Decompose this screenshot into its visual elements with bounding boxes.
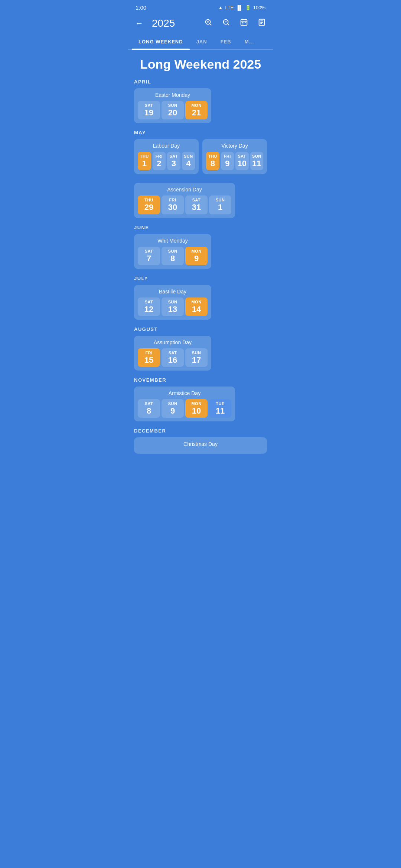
day-cell: SAT 19 xyxy=(138,101,160,119)
holiday-name-assumption-day: Assumption Day xyxy=(138,339,208,345)
note-button[interactable] xyxy=(254,16,269,31)
holiday-name-bastille-day: Bastille Day xyxy=(138,289,208,295)
days-row-ascension-day: THU 29 FRI 30 SAT 31 SUN 1 xyxy=(138,195,231,214)
day-cell: SAT 31 xyxy=(185,195,208,214)
month-section-may: MAY Labour Day THU 1 FRI 2 SAT 3 xyxy=(134,130,267,222)
days-row-labour-day: THU 1 FRI 2 SAT 3 SUN 4 xyxy=(138,152,195,170)
day-cell: SAT 3 xyxy=(167,152,180,170)
tabs-bar: LONG WEEKEND JAN FEB M... xyxy=(128,34,273,50)
holiday-name-labour-day: Labour Day xyxy=(138,143,195,149)
day-cell: SUN 13 xyxy=(162,297,184,316)
status-bar: 1:00 ▲ LTE ▐▌ 🔋 100% xyxy=(128,0,273,14)
day-cell: SUN 20 xyxy=(162,101,184,119)
day-cell: SUN 17 xyxy=(185,348,208,367)
day-cell: SAT 16 xyxy=(162,348,184,367)
month-section-june: JUNE Whit Monday SAT 7 SUN 8 MON 9 xyxy=(134,225,267,273)
days-row-bastille-day: SAT 12 SUN 13 MON 14 xyxy=(138,297,208,316)
page-title: Long Weekend 2025 xyxy=(134,57,267,72)
month-label-april: APRIL xyxy=(134,79,267,85)
day-cell: SAT 8 xyxy=(138,399,160,418)
battery-icon: 🔋 xyxy=(245,5,251,10)
day-cell-highlight: THU 1 xyxy=(138,152,151,170)
month-label-december: DECEMBER xyxy=(134,428,267,434)
days-row-victory-day: THU 8 FRI 9 SAT 10 SUN 11 xyxy=(206,152,263,170)
month-label-august: AUGUST xyxy=(134,326,267,332)
day-cell: SAT 10 xyxy=(235,152,249,170)
holiday-name-armistice-day: Armistice Day xyxy=(138,390,231,396)
day-cell-highlight: MON 10 xyxy=(185,399,208,418)
day-cell-highlight: THU 29 xyxy=(138,195,160,214)
day-cell: FRI 9 xyxy=(221,152,234,170)
holiday-whit-monday: Whit Monday SAT 7 SUN 8 MON 9 xyxy=(134,234,211,269)
zoom-out-icon xyxy=(222,18,230,29)
zoom-out-button[interactable] xyxy=(219,16,234,31)
holiday-bastille-day: Bastille Day SAT 12 SUN 13 MON 14 xyxy=(134,285,211,320)
holiday-name-easter-monday: Easter Monday xyxy=(138,92,208,98)
holiday-labour-day: Labour Day THU 1 FRI 2 SAT 3 S xyxy=(134,139,199,174)
day-cell: SUN 1 xyxy=(209,195,231,214)
main-content: Long Weekend 2025 APRIL Easter Monday SA… xyxy=(128,50,273,469)
back-button[interactable]: ← xyxy=(132,16,147,31)
day-cell-highlight: MON 9 xyxy=(185,247,208,265)
svg-line-6 xyxy=(228,24,229,25)
holiday-christmas-day: Christmas Day xyxy=(134,437,267,454)
holiday-name-whit-monday: Whit Monday xyxy=(138,238,208,244)
holiday-easter-monday: Easter Monday SAT 19 SUN 20 MON 21 xyxy=(134,88,211,123)
month-section-august: AUGUST Assumption Day FRI 15 SAT 16 SUN … xyxy=(134,326,267,375)
day-cell: SUN 4 xyxy=(182,152,195,170)
year-title: 2025 xyxy=(152,17,198,29)
month-label-may: MAY xyxy=(134,130,267,135)
tab-long-weekend[interactable]: LONG WEEKEND xyxy=(132,34,190,49)
day-cell-highlight: THU 8 xyxy=(206,152,219,170)
month-label-november: NOVEMBER xyxy=(134,377,267,383)
day-cell-highlight-blue: TUE 11 xyxy=(209,399,231,418)
top-bar: ← 2025 xyxy=(128,14,273,34)
holiday-armistice-day: Armistice Day SAT 8 SUN 9 MON 10 TUE 11 xyxy=(134,387,235,421)
day-cell: SUN 9 xyxy=(162,399,184,418)
time: 1:00 xyxy=(136,4,146,11)
signal-icon: ▐▌ xyxy=(236,5,242,10)
status-icons: ▲ LTE ▐▌ 🔋 100% xyxy=(218,5,265,10)
holiday-victory-day: Victory Day THU 8 FRI 9 SAT 10 xyxy=(202,139,267,174)
holiday-assumption-day: Assumption Day FRI 15 SAT 16 SUN 17 xyxy=(134,336,211,371)
month-label-june: JUNE xyxy=(134,225,267,230)
day-cell: SAT 12 xyxy=(138,297,160,316)
days-row-easter-monday: SAT 19 SUN 20 MON 21 xyxy=(138,101,208,119)
day-cell-highlight: FRI 15 xyxy=(138,348,160,367)
zoom-in-button[interactable] xyxy=(201,16,216,31)
holiday-name-christmas-day: Christmas Day xyxy=(138,441,263,447)
tab-jan[interactable]: JAN xyxy=(190,34,214,49)
day-cell: SAT 7 xyxy=(138,247,160,265)
may-first-row: Labour Day THU 1 FRI 2 SAT 3 S xyxy=(134,139,267,178)
day-cell: SUN 8 xyxy=(162,247,184,265)
month-section-july: JULY Bastille Day SAT 12 SUN 13 MON 14 xyxy=(134,276,267,324)
zoom-in-icon xyxy=(204,18,212,29)
day-cell-highlight: MON 14 xyxy=(185,297,208,316)
back-icon: ← xyxy=(135,19,143,28)
days-row-whit-monday: SAT 7 SUN 8 MON 9 xyxy=(138,247,208,265)
day-cell: FRI 2 xyxy=(153,152,166,170)
month-section-november: NOVEMBER Armistice Day SAT 8 SUN 9 MON 1… xyxy=(134,377,267,426)
holiday-ascension-day: Ascension Day THU 29 FRI 30 SAT 31 SUN 1 xyxy=(134,183,235,218)
tab-feb[interactable]: FEB xyxy=(214,34,238,49)
days-row-assumption-day: FRI 15 SAT 16 SUN 17 xyxy=(138,348,208,367)
day-cell: FRI 30 xyxy=(162,195,184,214)
month-label-july: JULY xyxy=(134,276,267,281)
note-icon xyxy=(258,18,266,29)
svg-line-3 xyxy=(210,24,211,25)
month-section-december: DECEMBER Christmas Day xyxy=(134,428,267,454)
tab-more[interactable]: M... xyxy=(238,34,261,49)
lte-label: LTE xyxy=(225,5,234,10)
day-cell-highlight: MON 21 xyxy=(185,101,208,119)
battery-label: 100% xyxy=(253,5,265,10)
calendar-icon xyxy=(240,18,248,29)
month-section-april: APRIL Easter Monday SAT 19 SUN 20 MON 21 xyxy=(134,79,267,128)
day-cell: SUN 11 xyxy=(250,152,264,170)
wifi-icon: ▲ xyxy=(218,5,223,10)
days-row-armistice-day: SAT 8 SUN 9 MON 10 TUE 11 xyxy=(138,399,231,418)
holiday-name-victory-day: Victory Day xyxy=(206,143,263,149)
holiday-name-ascension-day: Ascension Day xyxy=(138,187,231,193)
calendar-button[interactable] xyxy=(237,16,251,31)
